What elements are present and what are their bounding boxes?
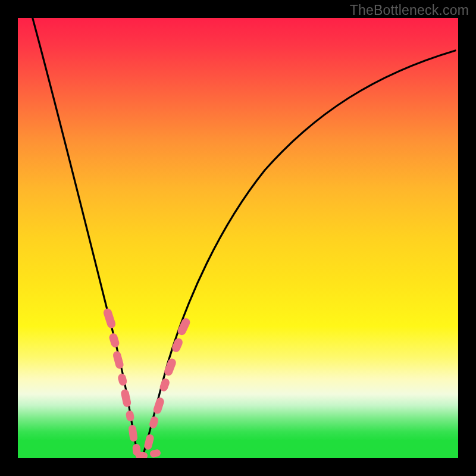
watermark-text: TheBottleneck.com xyxy=(350,2,469,18)
svg-rect-0 xyxy=(102,308,117,330)
svg-rect-5 xyxy=(126,410,135,422)
svg-rect-14 xyxy=(163,357,177,377)
bottleneck-curve xyxy=(31,18,455,456)
svg-rect-8 xyxy=(136,452,148,458)
svg-rect-4 xyxy=(120,389,131,408)
svg-rect-1 xyxy=(108,332,120,348)
svg-rect-12 xyxy=(152,397,165,415)
svg-rect-6 xyxy=(128,424,138,442)
plot-area xyxy=(18,18,458,458)
svg-rect-10 xyxy=(143,434,155,450)
left-arm-dashes xyxy=(102,308,141,456)
chart-frame: TheBottleneck.com xyxy=(0,0,476,476)
svg-rect-2 xyxy=(112,350,124,369)
svg-rect-16 xyxy=(176,317,191,336)
curve-layer xyxy=(18,18,458,458)
svg-rect-3 xyxy=(117,373,128,387)
svg-rect-9 xyxy=(149,449,161,458)
